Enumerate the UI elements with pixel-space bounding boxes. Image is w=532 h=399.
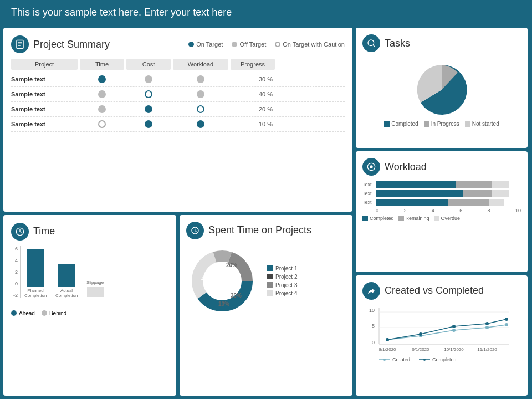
slippage-top-label: Slippage bbox=[86, 280, 104, 285]
svg-point-31 bbox=[423, 359, 426, 361]
project-summary-icon bbox=[11, 35, 29, 53]
project-summary-title: Project Summary bbox=[33, 39, 110, 50]
legend-on-target-caution: On Target with Caution bbox=[275, 41, 345, 48]
workload-card: Workload Text Text bbox=[356, 151, 528, 272]
svg-point-6 bbox=[370, 166, 372, 168]
on-target-dot bbox=[188, 42, 194, 47]
hbar-remaining-3 bbox=[448, 199, 489, 206]
line-chart-svg: 10 5 0 bbox=[362, 305, 512, 355]
row3-progress: 20 % bbox=[231, 106, 275, 112]
created-completed-icon bbox=[362, 282, 380, 300]
row4-workload bbox=[173, 120, 228, 128]
project-summary-legend: On Target Off Target On Target with Caut… bbox=[188, 41, 345, 48]
actual-bar-group: Actual Completion bbox=[55, 264, 78, 298]
donut-legend-p4: Project 4 bbox=[267, 290, 297, 296]
slippage-bar bbox=[87, 287, 104, 297]
spent-time-card: Spent Time on Projects 40% 30% 20% 10% bbox=[180, 215, 352, 396]
donut-legend-p2: Project 2 bbox=[267, 274, 297, 280]
row-label-2: Sample text bbox=[11, 91, 78, 98]
workload-header: Workload bbox=[362, 158, 521, 176]
planned-bar-group: Planned Completion bbox=[24, 249, 47, 298]
hbar-remaining-1 bbox=[456, 181, 492, 188]
line-chart-area: 10 5 0 bbox=[362, 305, 521, 362]
time-title: Time bbox=[33, 226, 55, 237]
hbar-row-2: Text bbox=[362, 190, 521, 197]
p4-sq bbox=[267, 290, 273, 296]
svg-point-18 bbox=[505, 323, 508, 326]
completed-sq bbox=[384, 121, 390, 127]
line-legend-created: Created bbox=[379, 357, 410, 362]
ahead-dot bbox=[11, 310, 17, 316]
time-legend-ahead: Ahead bbox=[11, 310, 35, 316]
svg-text:5: 5 bbox=[372, 323, 375, 329]
svg-line-5 bbox=[373, 45, 375, 47]
hbar-overdue-1 bbox=[492, 181, 509, 188]
col-workload[interactable]: Workload bbox=[173, 59, 228, 70]
svg-text:10: 10 bbox=[369, 308, 375, 313]
row1-cost bbox=[126, 75, 171, 83]
row3-time bbox=[80, 105, 124, 113]
legend-on-target: On Target bbox=[188, 41, 223, 48]
in-progress-sq bbox=[424, 121, 429, 127]
hbar-completed-2 bbox=[376, 190, 463, 197]
col-time[interactable]: Time bbox=[80, 59, 124, 70]
svg-text:8/1/2020: 8/1/2020 bbox=[378, 347, 396, 352]
hbar-row-3: Text bbox=[362, 199, 521, 206]
p2-sq bbox=[267, 274, 273, 279]
svg-point-21 bbox=[452, 325, 456, 328]
time-icon bbox=[11, 223, 29, 241]
time-y-labels: 6 4 2 0 -2 bbox=[11, 246, 18, 307]
table-row: Sample text 40 % bbox=[11, 87, 345, 102]
created-vs-completed-card: Created vs Completed 10 5 0 bbox=[356, 275, 528, 396]
col-project[interactable]: Project bbox=[11, 59, 78, 70]
time-chart: 6 4 2 0 -2 Planned Completion bbox=[11, 246, 168, 307]
legend-in-progress: In Progress bbox=[424, 121, 459, 127]
row2-progress: 40 % bbox=[231, 91, 275, 98]
hbar-overdue-2 bbox=[492, 190, 509, 197]
row4-time bbox=[80, 120, 124, 128]
time-bars: Planned Completion Actual Completion Sli… bbox=[24, 246, 104, 298]
not-started-sq bbox=[465, 121, 470, 127]
tasks-title: Tasks bbox=[385, 38, 410, 49]
row4-cost bbox=[126, 120, 171, 128]
right-column: Tasks Completed bbox=[356, 28, 528, 396]
table-row: Sample text 30 % bbox=[11, 72, 345, 87]
hbar-row-1: Text bbox=[362, 181, 521, 188]
time-header: Time bbox=[11, 223, 168, 241]
row2-workload bbox=[173, 90, 228, 98]
line-legend-completed: Completed bbox=[419, 357, 457, 362]
spent-time-icon bbox=[186, 222, 204, 239]
p1-sq bbox=[267, 265, 273, 271]
donut-chart: 40% 30% 20% 10% bbox=[186, 245, 258, 317]
time-card: Time 6 4 2 0 -2 bbox=[3, 215, 176, 396]
tasks-icon bbox=[362, 34, 380, 52]
workload-chart: Text Text Text bbox=[362, 181, 521, 221]
time-bars-container: Planned Completion Actual Completion Sli… bbox=[20, 246, 168, 307]
svg-point-17 bbox=[485, 326, 489, 329]
bottom-row: Time 6 4 2 0 -2 bbox=[3, 215, 352, 396]
planned-bar bbox=[27, 249, 44, 287]
spent-time-header: Spent Time on Projects bbox=[186, 222, 346, 239]
created-completed-header: Created vs Completed bbox=[362, 282, 521, 300]
hbar-remaining-2 bbox=[463, 190, 492, 197]
workload-x-axis: 0 2 4 6 8 10 bbox=[362, 208, 521, 213]
donut-area: 40% 30% 20% 10% Project 1 Project 2 bbox=[186, 245, 346, 317]
time-legend: Ahead Behind bbox=[11, 310, 168, 316]
wl-overdue-sq bbox=[434, 216, 439, 221]
planned-label: Planned Completion bbox=[24, 288, 47, 298]
created-completed-title: Created vs Completed bbox=[385, 285, 484, 296]
svg-text:9/1/2020: 9/1/2020 bbox=[412, 347, 429, 352]
row2-time bbox=[80, 90, 124, 98]
wl-remaining-sq bbox=[398, 216, 404, 221]
tasks-legend: Completed In Progress Not started bbox=[384, 121, 499, 127]
svg-text:0: 0 bbox=[372, 340, 375, 345]
wl-completed-sq bbox=[362, 216, 368, 221]
hbar-completed-1 bbox=[376, 181, 456, 188]
col-progress[interactable]: Progress bbox=[231, 59, 275, 70]
svg-text:11/1/2020: 11/1/2020 bbox=[477, 347, 497, 352]
col-cost[interactable]: Cost bbox=[126, 59, 171, 70]
behind-dot bbox=[42, 310, 47, 316]
slippage-bar-group: Slippage bbox=[86, 280, 104, 298]
donut-legend-p3: Project 3 bbox=[267, 282, 297, 288]
hbar-track-1 bbox=[376, 181, 521, 188]
